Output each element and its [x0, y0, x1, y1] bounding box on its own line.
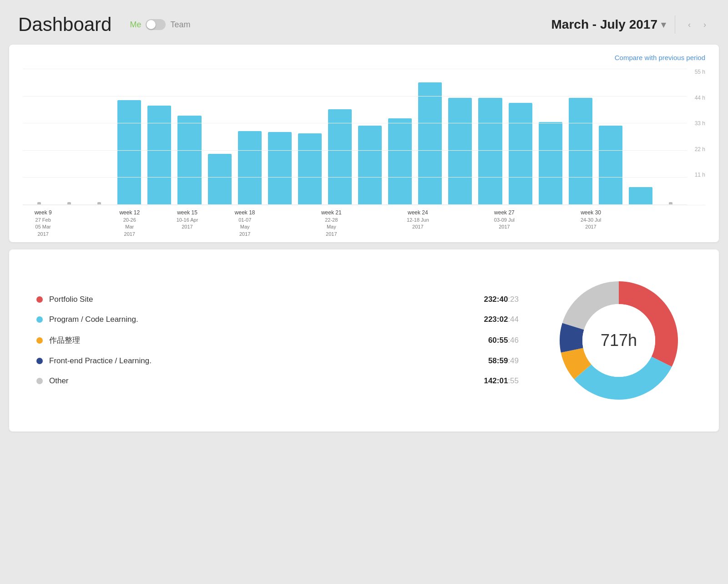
x-label — [147, 209, 169, 238]
x-label — [435, 209, 458, 238]
toggle-team-label: Team — [170, 20, 190, 30]
x-label — [61, 209, 83, 238]
legend-time: 58:59:49 — [488, 356, 519, 366]
legend-name: Portfolio Site — [49, 295, 477, 304]
next-arrow-icon[interactable]: › — [700, 18, 710, 31]
x-label: week 2703-09 Jul2017 — [493, 209, 516, 238]
chevron-down-icon[interactable]: ▾ — [661, 19, 666, 30]
x-label — [349, 209, 371, 238]
legend-list: Portfolio Site 232:40:23 Program / Code … — [36, 295, 519, 386]
y-label — [695, 198, 705, 204]
x-label: week 1801-07 May2017 — [234, 209, 256, 238]
x-label — [522, 209, 544, 238]
x-label — [90, 209, 112, 238]
x-label — [464, 209, 486, 238]
grid-line — [23, 177, 687, 178]
legend-dot — [36, 378, 43, 384]
legend-name: Other — [49, 376, 477, 386]
date-range-text: March - July 2017 — [551, 17, 657, 32]
x-label: week 927 Feb 05 Mar2017 — [32, 209, 54, 238]
y-label: 11 h — [695, 172, 705, 178]
x-label — [291, 209, 313, 238]
grid-line — [23, 123, 687, 123]
x-label — [608, 209, 631, 238]
x-label — [378, 209, 400, 238]
bar-chart-card: Compare with previous period 55 h 44 h 3… — [9, 45, 719, 242]
grid-line — [23, 150, 687, 151]
chart-area: 55 h 44 h 33 h 22 h 11 h — [23, 69, 705, 205]
legend-item: 作品整理 60:55:46 — [36, 335, 519, 345]
grid-lines — [23, 69, 687, 205]
x-label — [205, 209, 227, 238]
me-team-toggle[interactable]: Me Team — [130, 19, 190, 30]
y-label: 22 h — [695, 146, 705, 152]
date-range-display[interactable]: March - July 2017 ▾ — [551, 17, 666, 32]
x-axis-labels: week 927 Feb 05 Mar2017week 1220-26 Mar2… — [23, 205, 705, 238]
legend-item: Front-end Practice / Learning. 58:59:49 — [36, 356, 519, 366]
legend-dot — [36, 358, 43, 364]
compare-link[interactable]: Compare with previous period — [23, 54, 705, 61]
legend-name: Front-end Practice / Learning. — [49, 356, 482, 366]
x-label: week 2122-28 May2017 — [320, 209, 343, 238]
toggle-switch[interactable] — [146, 19, 166, 30]
donut-chart: 717h — [546, 268, 692, 413]
x-label — [551, 209, 573, 238]
summary-card: Portfolio Site 232:40:23 Program / Code … — [9, 249, 719, 432]
legend-name: 作品整理 — [49, 335, 482, 345]
prev-arrow-icon[interactable]: ‹ — [684, 18, 694, 31]
x-label: week 1220-26 Mar2017 — [118, 209, 141, 238]
page-header: Dashboard Me Team March - July 2017 ▾ ‹ … — [9, 9, 719, 45]
legend-time: 142:01:55 — [484, 376, 519, 386]
x-label — [637, 209, 660, 238]
legend-item: Other 142:01:55 — [36, 376, 519, 386]
toggle-me-label: Me — [130, 20, 141, 30]
legend-dot — [36, 337, 43, 344]
legend-time: 223:02:44 — [484, 315, 519, 324]
legend-time: 60:55:46 — [488, 336, 519, 345]
x-label: week 1510-16 Apr2017 — [176, 209, 198, 238]
y-label: 44 h — [695, 95, 705, 101]
page-title: Dashboard — [18, 14, 111, 36]
legend-item: Program / Code Learning. 223:02:44 — [36, 315, 519, 324]
x-label: week 2412-18 Jun2017 — [407, 209, 429, 238]
svg-point-1 — [582, 304, 655, 377]
x-label: week 3024-30 Jul2017 — [580, 209, 602, 238]
grid-line — [23, 204, 687, 205]
legend-item: Portfolio Site 232:40:23 — [36, 295, 519, 304]
grid-line — [23, 69, 687, 69]
x-label — [263, 209, 285, 238]
divider — [675, 15, 675, 34]
nav-arrows: ‹ › — [684, 18, 710, 31]
donut-svg — [546, 268, 692, 413]
y-label: 33 h — [695, 120, 705, 127]
legend-name: Program / Code Learning. — [49, 315, 477, 324]
legend-dot — [36, 316, 43, 323]
grid-line — [23, 96, 687, 96]
legend-dot — [36, 296, 43, 303]
date-range-section: March - July 2017 ▾ ‹ › — [551, 15, 710, 34]
y-axis: 55 h 44 h 33 h 22 h 11 h — [695, 69, 705, 205]
legend-time: 232:40:23 — [484, 295, 519, 304]
y-label: 55 h — [695, 69, 705, 75]
